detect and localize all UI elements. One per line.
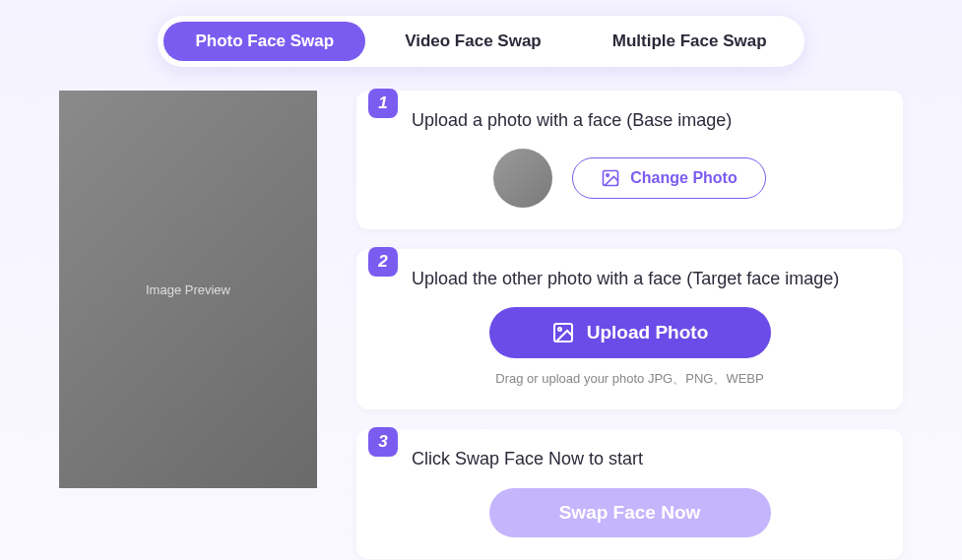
- tabs: Photo Face Swap Video Face Swap Multiple…: [158, 16, 803, 67]
- step-3-card: 3 Click Swap Face Now to start Swap Face…: [356, 429, 903, 558]
- change-photo-button[interactable]: Change Photo: [572, 157, 765, 199]
- step-3-title: Click Swap Face Now to start: [412, 447, 879, 471]
- step-1-card: 1 Upload a photo with a face (Base image…: [356, 91, 903, 229]
- step-3-body: Swap Face Now: [380, 488, 879, 537]
- svg-point-3: [558, 328, 561, 331]
- step-3-badge: 3: [368, 427, 398, 457]
- preview-placeholder-text: Image Preview: [146, 282, 230, 297]
- svg-point-1: [607, 174, 609, 177]
- tabs-container: Photo Face Swap Video Face Swap Multiple…: [0, 0, 962, 91]
- upload-photo-button[interactable]: Upload Photo: [489, 307, 771, 358]
- swap-face-button[interactable]: Swap Face Now: [489, 488, 771, 537]
- tab-photo-face-swap[interactable]: Photo Face Swap: [163, 22, 365, 61]
- image-icon: [601, 168, 620, 188]
- step-1-title: Upload a photo with a face (Base image): [412, 108, 879, 133]
- tab-video-face-swap[interactable]: Video Face Swap: [373, 22, 573, 61]
- step-1-body: Change Photo: [380, 149, 879, 208]
- step-1-badge: 1: [368, 89, 398, 118]
- upload-photo-label: Upload Photo: [587, 322, 708, 343]
- upload-hint: Drag or upload your photo JPG、PNG、WEBP: [495, 370, 763, 388]
- tab-multiple-face-swap[interactable]: Multiple Face Swap: [581, 22, 799, 61]
- image-icon: [551, 321, 575, 344]
- step-2-title: Upload the other photo with a face (Targ…: [412, 267, 879, 291]
- change-photo-label: Change Photo: [630, 169, 737, 187]
- preview-image: Image Preview: [59, 91, 317, 488]
- step-2-card: 2 Upload the other photo with a face (Ta…: [356, 249, 903, 409]
- steps-panel: 1 Upload a photo with a face (Base image…: [356, 91, 903, 559]
- main-content: Image Preview 1 Upload a photo with a fa…: [0, 91, 962, 559]
- step-2-body: Upload Photo Drag or upload your photo J…: [380, 307, 879, 388]
- base-image-thumbnail[interactable]: [493, 149, 552, 208]
- swap-face-label: Swap Face Now: [559, 502, 701, 524]
- step-2-badge: 2: [368, 247, 398, 277]
